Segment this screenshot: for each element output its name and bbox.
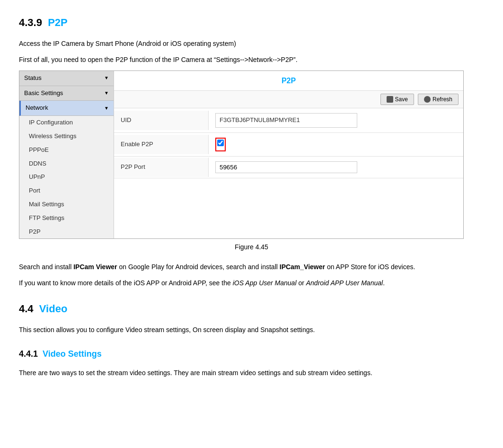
- uid-label: UID: [114, 111, 209, 130]
- section-title-text: P2P: [48, 17, 68, 28]
- section-441-title: Video Settings: [43, 349, 102, 359]
- body1-mid: on Google Play for Android devices, sear…: [117, 263, 280, 271]
- sidebar-basic-arrow: ▼: [104, 89, 109, 97]
- form-spacer: [114, 178, 463, 226]
- toolbar: Save Refresh: [114, 91, 463, 108]
- sidebar-status-label: Status: [24, 73, 42, 83]
- section-441-intro: There are two ways to set the stream vid…: [19, 368, 484, 379]
- section-44-number: 4.4: [19, 303, 34, 315]
- p2p-port-input[interactable]: [215, 161, 357, 173]
- intro-paragraph-1: Access the IP Camera by Smart Phone (And…: [19, 38, 484, 50]
- sidebar-item-network[interactable]: Network ▼: [19, 101, 114, 116]
- sidebar-item-upnp[interactable]: UPnP: [19, 170, 114, 184]
- enable-p2p-label: Enable P2P: [114, 135, 209, 154]
- sidebar-item-wireless[interactable]: Wireless Settings: [19, 130, 114, 143]
- app-name-2: IPCam_Viewer: [280, 263, 325, 271]
- body2-pre: If you want to know more details of the …: [19, 279, 233, 287]
- sidebar-basic-label: Basic Settings: [24, 88, 63, 98]
- sidebar-item-ip-config[interactable]: IP Configuration: [19, 116, 114, 130]
- body2-post: .: [383, 279, 385, 287]
- section-441: 4.4.1 Video Settings There are two ways …: [19, 347, 484, 379]
- section-441-heading: 4.4.1 Video Settings: [19, 347, 484, 361]
- save-icon: [387, 96, 393, 103]
- form-fields: UID F3GTBJ6PTNUL8MPMYRE1 Enable P2P: [114, 108, 463, 226]
- p2p-port-value: [209, 157, 463, 178]
- sidebar-item-status[interactable]: Status ▼: [19, 71, 114, 86]
- sidebar-network-arrow: ▼: [104, 105, 109, 112]
- ios-manual-link: iOS App User Manual: [233, 279, 297, 287]
- sidebar-item-p2p[interactable]: P2P: [19, 225, 114, 239]
- refresh-icon: [424, 96, 431, 103]
- refresh-label: Refresh: [432, 96, 452, 103]
- figure-445-wrapper: Status ▼ Basic Settings ▼ Network ▼ IP C…: [19, 70, 484, 253]
- uid-row: UID F3GTBJ6PTNUL8MPMYRE1: [114, 108, 463, 133]
- body-paragraph-2: If you want to know more details of the …: [19, 278, 484, 289]
- panel-title: P2P: [114, 71, 463, 91]
- sidebar-item-basic-settings[interactable]: Basic Settings ▼: [19, 86, 114, 101]
- section-439-heading: 4.3.9 P2P: [19, 14, 484, 31]
- p2p-port-label: P2P Port: [114, 158, 209, 177]
- sidebar-status-arrow: ▼: [104, 74, 109, 82]
- section-44: 4.4 Video This section allows you to con…: [19, 300, 484, 336]
- android-manual-link: Android APP User Manual: [306, 279, 383, 287]
- enable-p2p-checkbox[interactable]: [217, 140, 224, 146]
- save-label: Save: [395, 96, 408, 103]
- section-44-title: Video: [39, 303, 68, 315]
- sidebar-item-ftp[interactable]: FTP Settings: [19, 211, 114, 225]
- enable-p2p-value: [209, 133, 463, 156]
- sidebar-item-ddns[interactable]: DDNS: [19, 157, 114, 171]
- figure-caption: Figure 4.45: [19, 242, 484, 253]
- uid-value: F3GTBJ6PTNUL8MPMYRE1: [209, 108, 463, 132]
- body1-pre: Search and install: [19, 263, 73, 271]
- intro-paragraph-2: First of all, you need to open the P2P f…: [19, 54, 484, 66]
- sidebar: Status ▼ Basic Settings ▼ Network ▼ IP C…: [19, 71, 114, 239]
- save-button[interactable]: Save: [380, 94, 414, 105]
- ui-screenshot: Status ▼ Basic Settings ▼ Network ▼ IP C…: [19, 70, 464, 239]
- sidebar-item-pppoe[interactable]: PPPoE: [19, 143, 114, 157]
- body1-post: on APP Store for iOS devices.: [325, 263, 415, 271]
- sidebar-network-label: Network: [26, 103, 48, 113]
- sidebar-item-mail[interactable]: Mail Settings: [19, 198, 114, 211]
- section-441-number: 4.4.1: [19, 349, 38, 359]
- section-44-heading: 4.4 Video: [19, 300, 484, 317]
- enable-p2p-checkbox-wrapper: [215, 138, 226, 151]
- p2p-port-row: P2P Port: [114, 157, 463, 178]
- main-panel: P2P Save Refresh UID: [114, 71, 463, 239]
- uid-text: F3GTBJ6PTNUL8MPMYRE1: [215, 113, 357, 128]
- enable-p2p-row: Enable P2P: [114, 133, 463, 157]
- section-number: 4.3.9: [19, 17, 42, 28]
- section-44-intro: This section allows you to configure Vid…: [19, 325, 484, 336]
- section-439: 4.3.9 P2P Access the IP Camera by Smart …: [19, 14, 484, 289]
- app-name-1: IPCam Viewer: [73, 263, 117, 271]
- body2-mid: or: [297, 279, 306, 287]
- refresh-button[interactable]: Refresh: [418, 94, 459, 105]
- body-paragraph-1: Search and install IPCam Viewer on Googl…: [19, 262, 484, 273]
- sidebar-item-port[interactable]: Port: [19, 184, 114, 198]
